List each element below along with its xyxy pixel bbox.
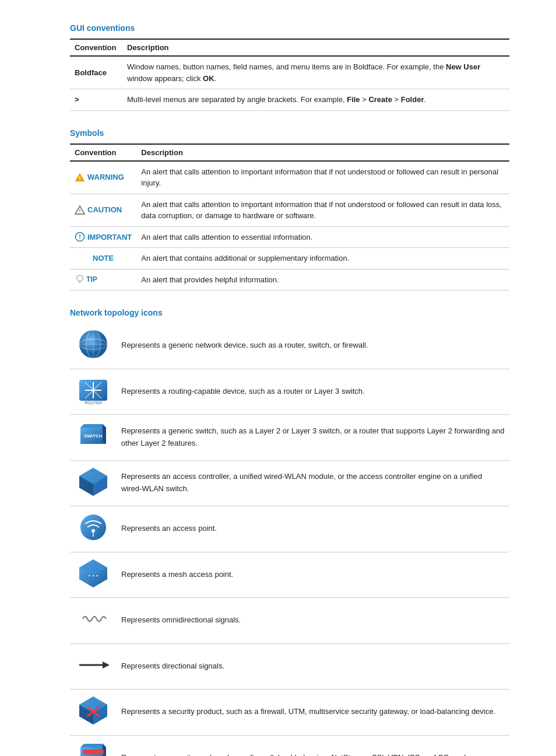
network-topology-section: Network topology icons: [70, 308, 509, 756]
svg-text:⋯: ⋯: [87, 569, 99, 582]
table-row: Represents a generic network device, suc…: [70, 323, 509, 369]
table-row: Boldface Window names, button names, fie…: [70, 56, 509, 89]
security-product-icon-cell: [70, 690, 117, 736]
network-topology-title: Network topology icons: [70, 308, 509, 317]
directional-signal-icon-cell: [70, 643, 117, 690]
table-row: ! WARNING An alert that calls attention …: [70, 161, 509, 194]
warning-symbol-cell: ! WARNING: [70, 161, 136, 194]
tip-label: TIP: [86, 274, 97, 285]
svg-text:SWITCH: SWITCH: [84, 433, 103, 439]
access-point-icon: [77, 511, 110, 544]
table-row: Represents a security card, such as a fi…: [70, 735, 509, 756]
generic-device-description: Represents a generic network device, suc…: [117, 323, 509, 369]
svg-marker-40: [103, 662, 110, 668]
gui-conventions-title: GUI conventions: [70, 23, 509, 33]
switch-description: Represents a generic switch, such as a L…: [117, 415, 509, 461]
router-icon: ROUTER: [77, 374, 110, 407]
access-controller-icon: [77, 466, 110, 498]
important-symbol: ! IMPORTANT: [75, 232, 132, 243]
svg-text:!: !: [79, 176, 80, 182]
description-boldface: Window names, button names, field names,…: [122, 56, 509, 89]
svg-text:!: !: [79, 233, 81, 240]
switch-icon-cell: SWITCH: [70, 415, 117, 461]
gui-col-description: Description: [122, 39, 509, 56]
network-topology-table: Represents a generic network device, suc…: [70, 323, 509, 756]
access-controller-description: Represents an access controller, a unifi…: [117, 460, 509, 506]
svg-rect-50: [83, 750, 104, 754]
table-row: ROUTER Represents a routing-capable devi…: [70, 369, 509, 415]
svg-marker-48: [80, 744, 106, 747]
table-row: SWITCH Represents a generic switch, such…: [70, 415, 509, 461]
security-card-description: Represents a security card, such as a fi…: [117, 735, 509, 756]
important-symbol-cell: ! IMPORTANT: [70, 226, 136, 248]
table-row: ⋯ Represents a mesh access point.: [70, 552, 509, 598]
convention-arrow: >: [70, 89, 122, 111]
svg-point-34: [92, 529, 95, 533]
warning-label: WARNING: [87, 172, 124, 183]
security-product-icon: [77, 694, 110, 727]
tip-bulb-icon: [75, 274, 85, 285]
omni-signal-description: Represents omnidirectional signals.: [117, 598, 509, 644]
mesh-ap-description: Represents a mesh access point.: [117, 552, 509, 598]
important-label: IMPORTANT: [87, 232, 132, 243]
router-icon-cell: ROUTER: [70, 369, 117, 415]
sym-col-description: Description: [136, 144, 509, 161]
gui-conventions-table: Convention Description Boldface Window n…: [70, 38, 509, 111]
warning-description: An alert that calls attention to importa…: [136, 161, 509, 194]
symbols-section: Symbols Convention Description ! WARNING: [70, 128, 509, 291]
router-description: Represents a routing-capable device, suc…: [117, 369, 509, 415]
table-row: > Multi-level menus are separated by ang…: [70, 89, 509, 111]
directional-signal-icon: [77, 649, 110, 681]
svg-line-10: [77, 275, 78, 276]
directional-signal-description: Represents directional signals.: [117, 643, 509, 690]
tip-symbol: TIP: [75, 274, 132, 285]
symbols-title: Symbols: [70, 128, 509, 138]
note-symbol-cell: NOTE: [70, 248, 136, 270]
generic-device-icon-cell: [70, 323, 117, 369]
mesh-ap-icon-cell: ⋯: [70, 552, 117, 598]
important-circle-icon: !: [75, 232, 85, 242]
table-row: ! IMPORTANT An alert that calls attentio…: [70, 226, 509, 248]
sym-col-convention: Convention: [70, 144, 136, 161]
switch-icon: SWITCH: [77, 419, 110, 452]
gui-conventions-section: GUI conventions Convention Description B…: [70, 23, 509, 111]
convention-boldface: Boldface: [70, 56, 122, 89]
omni-signal-icon: [77, 603, 110, 635]
warning-symbol: ! WARNING: [75, 172, 132, 183]
mesh-ap-icon: ⋯: [77, 557, 110, 590]
caution-symbol: ! CAUTION: [75, 204, 132, 216]
important-description: An alert that calls attention to essenti…: [136, 226, 509, 248]
note-label: NOTE: [93, 254, 114, 262]
tip-symbol-cell: TIP: [70, 269, 136, 290]
generic-device-icon: [77, 328, 110, 360]
security-product-description: Represents a security product, such as a…: [117, 690, 509, 736]
tip-description: An alert that provides helpful informati…: [136, 269, 509, 290]
warning-triangle-icon: !: [75, 172, 85, 183]
caution-label: CAUTION: [87, 204, 122, 216]
security-card-icon: [77, 740, 110, 757]
table-row: ! CAUTION An alert that calls attention …: [70, 194, 509, 226]
svg-text:!: !: [79, 208, 80, 215]
svg-line-11: [82, 275, 83, 276]
svg-text:ROUTER: ROUTER: [85, 401, 102, 405]
security-card-icon-cell: [70, 735, 117, 756]
svg-marker-26: [80, 424, 106, 428]
table-row: Represents omnidirectional signals.: [70, 598, 509, 644]
omni-signal-icon-cell: [70, 598, 117, 644]
symbols-table: Convention Description ! WARNING An aler…: [70, 144, 509, 291]
note-description: An alert that contains additional or sup…: [136, 248, 509, 270]
caution-symbol-cell: ! CAUTION: [70, 194, 136, 226]
table-row: Represents an access controller, a unifi…: [70, 460, 509, 506]
table-row: Represents a security product, such as a…: [70, 690, 509, 736]
table-row: Represents an access point.: [70, 506, 509, 552]
caution-triangle-icon: !: [75, 205, 85, 215]
table-row: NOTE An alert that contains additional o…: [70, 248, 509, 270]
access-point-icon-cell: [70, 506, 117, 552]
table-row: TIP An alert that provides helpful infor…: [70, 269, 509, 290]
access-point-description: Represents an access point.: [117, 506, 509, 552]
table-row: Represents directional signals.: [70, 643, 509, 690]
caution-description: An alert that calls attention to importa…: [136, 194, 509, 226]
description-arrow: Multi-level menus are separated by angle…: [122, 89, 509, 111]
access-controller-icon-cell: [70, 460, 117, 506]
gui-col-convention: Convention: [70, 39, 122, 56]
